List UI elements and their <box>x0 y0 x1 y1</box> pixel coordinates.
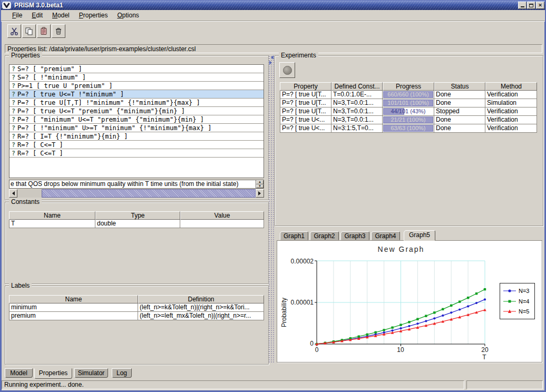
scroll-left-icon[interactable] <box>9 189 17 198</box>
experiment-method: Verification <box>485 124 537 133</box>
scrollbar-track[interactable] <box>17 189 42 198</box>
spinner-down-icon[interactable]: ▼ <box>256 184 264 189</box>
copy-icon <box>25 27 33 35</box>
experiment-constants: N=3,T=0.0:1... <box>331 107 383 116</box>
constant-row[interactable]: T double <box>9 220 264 228</box>
splitter-collapse-right-icon[interactable] <box>269 61 274 65</box>
splitter-collapse-left-icon[interactable] <box>269 55 274 60</box>
property-item[interactable]: ?P=? [ "minimum" U<=T "premium" {"minimu… <box>9 115 264 124</box>
property-text: S=? [ "premium" ] <box>17 65 82 73</box>
experiment-row[interactable]: P=? [ true U[T... N=3,T=0.0:1... 101/101… <box>280 99 537 107</box>
tab-model[interactable]: Model <box>5 368 33 378</box>
menu-properties[interactable]: Properties <box>74 11 113 20</box>
column-header[interactable]: Property <box>280 82 331 91</box>
description-spinner: ▲ ▼ <box>256 180 264 188</box>
property-text: R=? [ C<=T ] <box>17 150 63 157</box>
paste-button[interactable] <box>37 24 51 38</box>
property-item[interactable]: ?S=? [ "premium" ] <box>9 65 264 73</box>
experiment-row[interactable]: P=? [ true U<... N=3,T=0.0:1... 21/21 (1… <box>280 116 537 124</box>
experiment-status: Done <box>434 124 485 133</box>
y-tick-label: 0.00002 <box>281 258 314 265</box>
experiment-method: Verification <box>485 107 537 116</box>
tab-graph5[interactable]: Graph5 <box>404 230 435 241</box>
experiment-row[interactable]: P=? [ true U[T... T=0.0:1.0E-... 660/660… <box>280 91 537 99</box>
copy-button[interactable] <box>22 24 36 38</box>
question-icon: ? <box>9 116 17 123</box>
window-menu-icon[interactable] <box>2 2 11 9</box>
property-text: P>=1 [ true U "premium" ] <box>17 82 113 90</box>
stop-experiment-button[interactable] <box>279 62 295 78</box>
menu-model[interactable]: Model <box>47 11 74 20</box>
tab-graph1[interactable]: Graph1 <box>280 231 308 240</box>
tab-graph4[interactable]: Graph4 <box>371 231 400 240</box>
menu-file[interactable]: File <box>7 11 27 20</box>
menu-options[interactable]: Options <box>112 11 143 20</box>
experiment-constants: T=0.0:1.0E-... <box>331 91 383 99</box>
property-text: P=? [ true U<=T "premium" {"minimum"}{mi… <box>17 107 185 115</box>
property-item[interactable]: ?R=? [ C<=T ] <box>9 149 264 158</box>
property-item-selected[interactable]: ?P=? [ true U<=T !"minimum" ] <box>9 90 264 99</box>
tab-graph3[interactable]: Graph3 <box>340 231 369 240</box>
tab-simulator[interactable]: Simulator <box>74 368 108 378</box>
property-description-field[interactable]: e that QOS drops below minimum quality w… <box>9 180 264 189</box>
x-tick-label: 0 <box>306 346 327 354</box>
experiment-status: Done <box>434 99 485 107</box>
property-item[interactable]: ?P>=1 [ true U "premium" ] <box>9 82 264 90</box>
question-icon: ? <box>9 99 17 106</box>
question-icon: ? <box>9 82 17 90</box>
chart-x-axis-label: T <box>475 354 494 361</box>
label-row[interactable]: minimum (left_n>=k&Toleft_n)|(right_n>=k… <box>9 303 264 312</box>
experiment-row[interactable]: P=? [ true U<... N=3:1:5,T=0... 63/63 (1… <box>280 124 537 133</box>
label-name: minimum <box>9 303 138 312</box>
column-header[interactable]: Name <box>9 211 95 220</box>
constant-value <box>180 220 264 228</box>
question-icon: ? <box>9 150 17 157</box>
labels-header-row: Name Definition <box>9 295 264 303</box>
legend-entry: N=3 <box>503 288 534 294</box>
property-item[interactable]: ?P=? [ !"minimum" U>=T "minimum" {!"mini… <box>9 124 264 132</box>
property-item[interactable]: ?P=? [ true U<=T "premium" {"minimum"}{m… <box>9 107 264 115</box>
property-text: P=? [ true U<=T !"minimum" ] <box>17 91 124 98</box>
chart-legend: N=3 N=4 N=5 <box>500 283 535 319</box>
tab-properties[interactable]: Properties <box>34 368 72 379</box>
experiment-property: P=? [ true U[T... <box>280 91 331 99</box>
label-row[interactable]: premium (left_n>=left_mx&Toleft_n)|(righ… <box>9 312 264 320</box>
panel-splitter[interactable] <box>268 55 274 364</box>
experiment-method: Simulation <box>485 99 537 107</box>
experiment-property: P=? [ true U[T... <box>280 107 331 116</box>
column-header[interactable]: Name <box>9 295 138 303</box>
column-header[interactable]: Status <box>434 82 485 91</box>
scrollbar-thumb[interactable] <box>42 189 256 198</box>
minimize-button[interactable] <box>518 2 526 9</box>
status-message: Running experiment... done. <box>2 380 464 389</box>
column-header[interactable]: Progress <box>383 82 434 91</box>
constants-group: Constants Name Type Value T double <box>5 202 269 284</box>
column-header[interactable]: Type <box>95 211 180 220</box>
property-item[interactable]: ?P=? [ true U[T,T] !"minimum" {!"minimum… <box>9 99 264 107</box>
label-name: premium <box>9 312 138 320</box>
question-icon: ? <box>9 91 17 98</box>
property-description-text: e that QOS drops below minimum quality w… <box>9 180 256 188</box>
column-header[interactable]: Method <box>485 82 537 91</box>
question-icon: ? <box>9 74 17 81</box>
property-item[interactable]: ?R=? [ C<=T ] <box>9 141 264 149</box>
column-header[interactable]: Definition <box>138 295 264 303</box>
tab-log[interactable]: Log <box>112 368 132 378</box>
property-item[interactable]: ?R=? [ I=T {!"minimum"}{min} ] <box>9 132 264 141</box>
property-text: R=? [ I=T {!"minimum"}{min} ] <box>17 133 128 140</box>
spinner-up-icon[interactable]: ▲ <box>256 180 264 184</box>
maximize-button[interactable] <box>527 2 535 9</box>
menu-edit[interactable]: Edit <box>27 11 47 20</box>
experiment-row[interactable]: P=? [ true U[T... N=3,T=0.0:1... 44/101 … <box>280 107 537 116</box>
column-header[interactable]: Defined Const... <box>331 82 383 91</box>
close-button[interactable]: ✕ <box>536 2 544 9</box>
column-header[interactable]: Value <box>180 211 264 220</box>
delete-button[interactable] <box>52 24 65 38</box>
property-item[interactable]: ?S=? [ !"minimum" ] <box>9 73 264 82</box>
property-text: P=? [ "minimum" U<=T "premium" {"minimum… <box>17 116 204 123</box>
cut-button[interactable] <box>7 24 21 38</box>
scroll-right-icon[interactable] <box>256 189 264 198</box>
legend-entry: N=5 <box>503 308 534 315</box>
stop-icon <box>283 66 292 75</box>
tab-graph2[interactable]: Graph2 <box>310 231 339 240</box>
